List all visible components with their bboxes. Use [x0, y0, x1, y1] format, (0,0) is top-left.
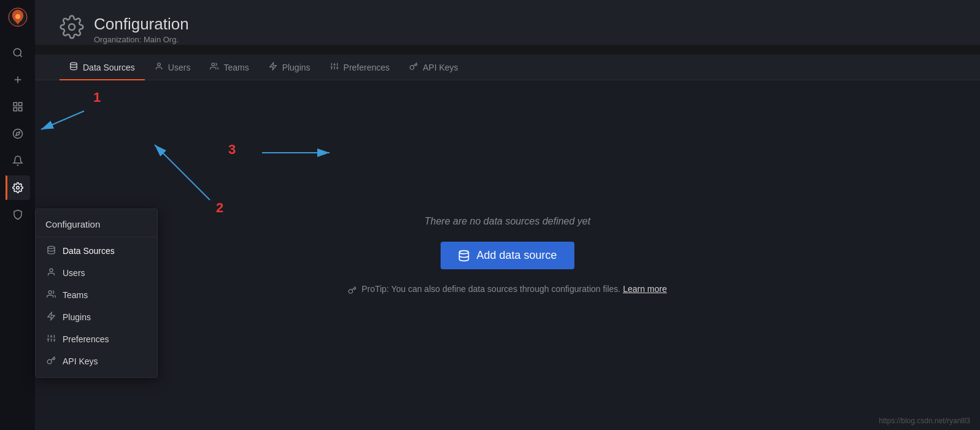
apikeys-tab-icon	[409, 62, 418, 72]
svg-rect-9	[18, 108, 21, 111]
dropdown-item-plugins[interactable]: Plugins	[36, 306, 157, 328]
svg-point-40	[460, 251, 469, 254]
tab-apikeys[interactable]: API Keys	[399, 55, 468, 80]
svg-point-10	[13, 129, 22, 139]
dropdown-preferences-label: Preferences	[63, 334, 109, 344]
tab-plugins-label: Plugins	[282, 63, 311, 72]
dropdown-item-users[interactable]: Users	[36, 262, 157, 284]
svg-line-3	[20, 55, 21, 56]
svg-point-26	[69, 24, 75, 30]
tab-preferences-label: Preferences	[344, 63, 390, 72]
svg-point-12	[16, 186, 19, 190]
svg-rect-7	[18, 102, 21, 106]
plugins-icon	[45, 312, 56, 323]
svg-point-28	[157, 63, 160, 66]
empty-state-message: There are no data sources defined yet	[425, 216, 590, 227]
sidebar-shield[interactable]	[6, 202, 30, 227]
footer-url: https://blog.csdn.net/ryanlll3	[879, 417, 970, 425]
dropdown-item-apikeys[interactable]: API Keys	[36, 350, 157, 372]
svg-text:3: 3	[228, 142, 236, 157]
dropdown-item-preferences[interactable]: Preferences	[36, 328, 157, 350]
config-dropdown: Configuration Data Sources Users	[35, 209, 158, 378]
svg-marker-16	[47, 312, 54, 320]
sidebar-explore[interactable]	[6, 121, 30, 146]
add-datasource-button[interactable]: Add data source	[441, 242, 574, 269]
svg-marker-11	[15, 132, 19, 136]
svg-point-13	[47, 246, 54, 248]
protip-message: ProTip: You can also define data sources…	[361, 284, 620, 294]
sidebar-alerting[interactable]	[6, 148, 30, 173]
svg-text:1: 1	[93, 90, 101, 105]
svg-marker-30	[269, 63, 276, 70]
svg-line-43	[41, 111, 84, 129]
sidebar-configuration[interactable]	[6, 175, 30, 200]
tab-preferences[interactable]: Preferences	[320, 55, 399, 80]
dropdown-item-teams[interactable]: Teams	[36, 284, 157, 306]
teams-tab-icon	[210, 62, 218, 72]
main-content: Configuration Organization: Main Org. Da…	[35, 0, 980, 430]
protip-link[interactable]: Learn more	[623, 284, 667, 294]
page-title: Configuration	[94, 15, 189, 34]
config-icon	[60, 15, 84, 45]
dropdown-apikeys-label: API Keys	[63, 356, 98, 366]
add-datasource-label: Add data source	[476, 249, 557, 262]
page-header-text: Configuration Organization: Main Org.	[94, 15, 189, 45]
svg-point-29	[212, 63, 215, 66]
tab-plugins[interactable]: Plugins	[259, 55, 320, 80]
tab-apikeys-label: API Keys	[423, 63, 458, 72]
content-area: There are no data sources defined yet Ad…	[35, 80, 980, 430]
dropdown-item-datasources[interactable]: Data Sources	[36, 240, 157, 262]
tab-teams[interactable]: Teams	[200, 55, 258, 80]
dropdown-datasources-label: Data Sources	[63, 246, 115, 256]
datasources-icon	[45, 245, 56, 256]
tab-teams-label: Teams	[223, 63, 249, 72]
svg-point-2	[14, 48, 21, 56]
svg-point-15	[48, 291, 52, 294]
page-header: Configuration Organization: Main Org.	[35, 0, 980, 45]
datasources-tab-icon	[69, 62, 78, 72]
svg-line-45	[155, 145, 210, 200]
sidebar-dashboards[interactable]	[6, 94, 30, 119]
page-subtitle: Organization: Main Org.	[94, 35, 179, 44]
plugins-tab-icon	[269, 62, 277, 72]
tab-users[interactable]: Users	[145, 55, 201, 80]
svg-point-27	[71, 63, 77, 65]
tab-datasources-label: Data Sources	[83, 63, 135, 72]
apikeys-icon	[45, 356, 56, 367]
dropdown-teams-label: Teams	[63, 290, 88, 300]
svg-point-1	[15, 14, 20, 19]
sidebar-add[interactable]	[6, 67, 30, 92]
tabs-bar: Data Sources Users Teams	[35, 55, 980, 80]
svg-text:2: 2	[216, 200, 223, 215]
preferences-tab-icon	[330, 62, 339, 72]
dropdown-users-label: Users	[63, 268, 85, 278]
protip-text: ProTip: You can also define data sources…	[348, 284, 666, 294]
preferences-icon	[45, 334, 56, 345]
teams-icon	[45, 290, 56, 301]
app-logo[interactable]	[6, 5, 30, 29]
users-icon	[45, 267, 56, 278]
dropdown-plugins-label: Plugins	[63, 312, 91, 322]
svg-point-14	[50, 269, 53, 272]
users-tab-icon	[155, 62, 163, 72]
svg-rect-6	[14, 102, 17, 106]
tab-datasources[interactable]: Data Sources	[60, 55, 145, 80]
config-dropdown-title: Configuration	[36, 214, 157, 237]
svg-rect-8	[14, 108, 17, 111]
sidebar	[0, 0, 35, 430]
tab-users-label: Users	[168, 63, 191, 72]
sidebar-search[interactable]	[6, 40, 30, 65]
